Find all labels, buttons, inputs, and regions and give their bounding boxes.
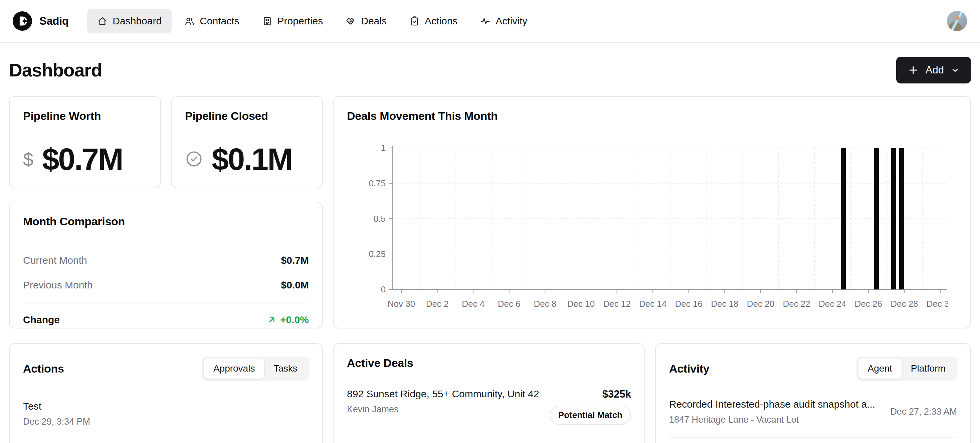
stat-value-row: $ $0.7M xyxy=(23,142,147,177)
chart-x-tick-label: Dec 10 xyxy=(567,299,595,309)
card-title: Activity xyxy=(669,362,709,375)
comparison-row-current: Current Month $0.7M xyxy=(23,248,309,273)
month-comparison-card: Month Comparison Current Month $0.7M Pre… xyxy=(9,202,323,329)
chart-title: Deals Movement This Month xyxy=(347,110,957,122)
row-value: $0.0M xyxy=(281,279,309,291)
deal-address: 892 Sunset Ridge, 55+ Community, Unit 42 xyxy=(347,388,539,400)
chart-x-tick-label: Dec 4 xyxy=(462,299,485,309)
tab-agent[interactable]: Agent xyxy=(859,359,902,379)
nav-item-actions[interactable]: Actions xyxy=(399,9,468,33)
card-title: Pipeline Worth xyxy=(23,110,147,122)
tab-platform[interactable]: Platform xyxy=(902,359,955,379)
chart-bar[interactable] xyxy=(899,148,904,289)
card-head: Active Deals xyxy=(347,357,631,370)
main-content: Dashboard Add Pipeline Worth $ $0.7M Pip… xyxy=(0,57,980,443)
pipeline-closed-value: $0.1M xyxy=(212,142,292,177)
deals-movement-chart: 00.250.50.751Nov 30Dec 2Dec 4Dec 6Dec 8D… xyxy=(347,140,957,316)
chart-y-tick-label: 0.5 xyxy=(374,214,386,224)
chart-x-tick-label: Dec 26 xyxy=(855,299,882,309)
tab-approvals[interactable]: Approvals xyxy=(204,359,264,379)
activity-title: Recorded Interested-phase audit snapshot… xyxy=(669,399,875,410)
comparison-row-previous: Previous Month $0.0M xyxy=(23,273,309,297)
change-label: Change xyxy=(23,314,60,326)
brand-logo-icon xyxy=(13,11,32,31)
action-list-item[interactable]: Test Dec 29, 3:34 PM xyxy=(23,401,309,427)
actions-card: Actions Approvals Tasks Test Dec 29, 3:3… xyxy=(9,343,323,443)
row-label: Current Month xyxy=(23,255,87,266)
pipeline-closed-card: Pipeline Closed $0.1M xyxy=(171,96,323,188)
plus-icon xyxy=(908,64,919,76)
change-percent: +0.0% xyxy=(280,314,309,326)
deal-price: $325k xyxy=(550,388,631,400)
nav-item-contacts[interactable]: Contacts xyxy=(174,9,249,33)
chart-bar[interactable] xyxy=(874,148,879,289)
chart-x-tick-label: Dec 6 xyxy=(498,299,520,309)
add-button-label: Add xyxy=(926,64,944,76)
month-comparison-rows: Current Month $0.7M Previous Month $0.0M… xyxy=(23,248,309,326)
comparison-row-change: Change +0.0% xyxy=(23,303,309,326)
deal-contact: Kevin James xyxy=(347,404,539,414)
activity-pulse-icon xyxy=(480,16,490,26)
chart-x-tick-label: Dec 24 xyxy=(819,299,846,309)
chart-y-tick-label: 0.75 xyxy=(369,178,386,188)
action-title: Test xyxy=(23,401,309,412)
bottom-grid: Actions Approvals Tasks Test Dec 29, 3:3… xyxy=(9,343,971,443)
chart-x-tick-label: Nov 30 xyxy=(388,299,415,309)
chart-y-tick-label: 0.25 xyxy=(369,249,386,259)
potential-match-badge: Potential Match xyxy=(550,406,631,425)
tab-tasks[interactable]: Tasks xyxy=(264,359,307,379)
stats-grid: Pipeline Worth $ $0.7M Pipeline Closed $… xyxy=(9,96,971,329)
nav-item-label: Actions xyxy=(425,15,457,27)
clipboard-check-icon xyxy=(409,16,420,26)
stat-value-row: $0.1M xyxy=(185,142,309,177)
active-deals-card: Active Deals 892 Sunset Ridge, 55+ Commu… xyxy=(333,343,645,443)
user-avatar[interactable] xyxy=(947,11,967,32)
page-header: Dashboard Add xyxy=(9,57,971,83)
card-head: Activity Agent Platform xyxy=(669,357,957,381)
chart-x-tick-label: Dec 2 xyxy=(426,299,449,309)
nav-item-deals[interactable]: Deals xyxy=(336,9,397,33)
card-title: Pipeline Closed xyxy=(185,110,309,122)
chart-y-tick-label: 1 xyxy=(381,143,386,153)
chevron-down-icon xyxy=(951,66,959,75)
row-value: $0.7M xyxy=(281,255,309,266)
chart-bar[interactable] xyxy=(841,148,846,289)
nav-item-label: Deals xyxy=(361,15,387,27)
card-title: Month Comparison xyxy=(23,215,309,228)
nav-item-label: Activity xyxy=(495,15,527,27)
home-icon xyxy=(97,16,108,26)
activity-info: Recorded Interested-phase audit snapshot… xyxy=(669,399,875,425)
building-icon xyxy=(262,16,272,26)
chart-x-tick-label: Dec 16 xyxy=(675,299,703,309)
dashboard-page: Sadiq Dashboard Contacts Properties Deal… xyxy=(0,0,980,443)
divider xyxy=(669,437,957,438)
nav-item-label: Dashboard xyxy=(113,15,162,27)
activity-card: Activity Agent Platform Recorded Interes… xyxy=(655,343,971,443)
pipeline-worth-card: Pipeline Worth $ $0.7M xyxy=(9,96,161,188)
chart-x-tick-label: Dec 30 xyxy=(927,299,948,309)
row-label: Previous Month xyxy=(23,279,92,291)
nav-item-activity[interactable]: Activity xyxy=(470,9,537,33)
main-nav: Dashboard Contacts Properties Deals Acti… xyxy=(87,9,537,33)
chart-x-tick-label: Dec 28 xyxy=(891,299,918,309)
nav-item-properties[interactable]: Properties xyxy=(252,9,333,33)
chart-x-tick-label: Dec 8 xyxy=(534,299,556,309)
deal-list-item[interactable]: 892 Sunset Ridge, 55+ Community, Unit 42… xyxy=(347,388,631,425)
nav-item-dashboard[interactable]: Dashboard xyxy=(87,9,172,33)
page-title: Dashboard xyxy=(9,59,102,81)
chart-x-tick-label: Dec 18 xyxy=(711,299,738,309)
brand-name: Sadiq xyxy=(40,15,68,27)
change-value: +0.0% xyxy=(267,314,309,326)
deal-info: 892 Sunset Ridge, 55+ Community, Unit 42… xyxy=(347,388,539,425)
handshake-icon xyxy=(345,16,356,26)
deal-meta: $325k Potential Match xyxy=(550,388,631,425)
activity-list-item[interactable]: Recorded Interested-phase audit snapshot… xyxy=(669,399,957,425)
add-button[interactable]: Add xyxy=(896,57,971,83)
deals-movement-card: Deals Movement This Month 00.250.50.751N… xyxy=(333,96,971,329)
chart-bar[interactable] xyxy=(891,148,896,289)
card-title: Actions xyxy=(23,362,64,375)
chart-x-tick-label: Dec 12 xyxy=(603,299,630,309)
chart-x-tick-label: Dec 14 xyxy=(639,299,667,309)
activity-tabs: Agent Platform xyxy=(856,357,957,381)
users-icon xyxy=(184,16,195,26)
